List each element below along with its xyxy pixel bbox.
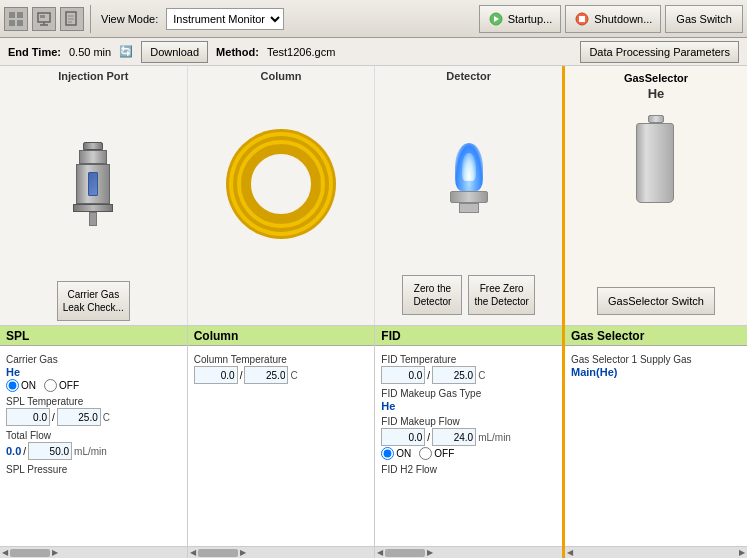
fid-temp-label: FID Temperature xyxy=(381,354,556,365)
toolbar-icon-2[interactable] xyxy=(32,7,56,31)
diagram-section: Injection Port Carrier Gas Leak Check... xyxy=(0,66,562,326)
info-bar: End Time: 0.50 min 🔄 Download Method: Te… xyxy=(0,38,747,66)
gs-scroll-left[interactable]: ◀ xyxy=(567,548,573,557)
download-button[interactable]: Download xyxy=(141,41,208,63)
column-header: Column xyxy=(188,326,375,346)
spl-scroll-right[interactable]: ▶ xyxy=(52,548,58,557)
spl-temp-current[interactable]: 0.0 xyxy=(6,408,50,426)
free-zero-detector-button[interactable]: Free Zero the Detector xyxy=(468,275,534,315)
column-image xyxy=(190,86,373,281)
detector-image xyxy=(377,86,560,269)
toolbar-icon-1[interactable] xyxy=(4,7,28,31)
fid-temp-row: / C xyxy=(381,366,556,384)
makeup-flow-row: / mL/min xyxy=(381,428,556,446)
toolbar: View Mode: Instrument Monitor Startup...… xyxy=(0,0,747,38)
gas-selector-column: GasSelector He GasSelector Switch Gas Se… xyxy=(562,66,747,558)
column-content: Column Temperature / C xyxy=(188,346,375,546)
injection-port-title: Injection Port xyxy=(58,70,128,82)
fid-content: FID Temperature / C FID Makeup Gas Type … xyxy=(375,346,562,546)
column-scroll-right[interactable]: ▶ xyxy=(240,548,246,557)
view-mode-label: View Mode: xyxy=(101,13,158,25)
carrier-gas-label: Carrier Gas xyxy=(6,354,181,365)
fid-hscroll[interactable]: ◀ ▶ xyxy=(375,546,562,558)
spl-temp-unit: C xyxy=(103,412,110,423)
gas-selector-panel-content: Gas Selector 1 Supply Gas Main(He) xyxy=(565,346,747,546)
fid-scroll-thumb[interactable] xyxy=(385,549,425,557)
fid-temp-sep: / xyxy=(427,370,430,381)
main-content: Injection Port Carrier Gas Leak Check... xyxy=(0,66,747,558)
method-label: Method: xyxy=(216,46,259,58)
carrier-gas-switch: ON OFF xyxy=(6,379,181,392)
svg-rect-1 xyxy=(17,12,23,18)
total-flow-set[interactable] xyxy=(28,442,72,460)
fid-temp-unit: C xyxy=(478,370,485,381)
total-flow-label: Total Flow xyxy=(6,430,181,441)
makeup-flow-set[interactable] xyxy=(432,428,476,446)
makeup-flow-switch: ON OFF xyxy=(381,447,556,460)
gas-selector-panel: Gas Selector Gas Selector 1 Supply Gas M… xyxy=(565,326,747,558)
supply-gas-label: Gas Selector 1 Supply Gas xyxy=(571,354,741,365)
carrier-gas-leak-check-button[interactable]: Carrier Gas Leak Check... xyxy=(57,281,130,321)
column-col: Column xyxy=(188,66,376,325)
gas-selector-title: GasSelector xyxy=(624,72,688,84)
instrument-area: Injection Port Carrier Gas Leak Check... xyxy=(0,66,562,558)
total-flow-row: 0.0 / mL/min xyxy=(6,442,181,460)
column-panel: Column Column Temperature / C ◀ ▶ xyxy=(188,326,376,558)
toolbar-icon-3[interactable] xyxy=(60,7,84,31)
gas-selector-switch-button[interactable]: GasSelector Switch xyxy=(597,287,715,315)
makeup-gas-label: FID Makeup Gas Type xyxy=(381,388,556,399)
gas-switch-button[interactable]: Gas Switch xyxy=(665,5,743,33)
makeup-flow-on[interactable]: ON xyxy=(381,447,411,460)
spl-scroll-left[interactable]: ◀ xyxy=(2,548,8,557)
data-processing-button[interactable]: Data Processing Parameters xyxy=(580,41,739,63)
column-title: Column xyxy=(261,70,302,82)
column-temp-current[interactable] xyxy=(194,366,238,384)
injection-port-col: Injection Port Carrier Gas Leak Check... xyxy=(0,66,188,325)
supply-gas-value: Main(He) xyxy=(571,366,741,378)
column-scroll-left[interactable]: ◀ xyxy=(190,548,196,557)
end-time-value: 0.50 min xyxy=(69,46,111,58)
column-scroll-thumb[interactable] xyxy=(198,549,238,557)
fid-temp-current[interactable] xyxy=(381,366,425,384)
spl-header: SPL xyxy=(0,326,187,346)
gas-selector-panel-header: Gas Selector xyxy=(565,326,747,346)
makeup-flow-current[interactable] xyxy=(381,428,425,446)
detector-col: Detector Zero the Detector Free Zero the… xyxy=(375,66,562,325)
end-time-label: End Time: xyxy=(8,46,61,58)
makeup-flow-off[interactable]: OFF xyxy=(419,447,454,460)
spl-scroll-thumb[interactable] xyxy=(10,549,50,557)
spl-temp-label: SPL Temperature xyxy=(6,396,181,407)
view-mode-select[interactable]: Instrument Monitor xyxy=(166,8,284,30)
makeup-flow-label: FID Makeup Flow xyxy=(381,416,556,427)
svg-rect-2 xyxy=(9,20,15,26)
bottom-panels: SPL Carrier Gas He ON OFF SPL xyxy=(0,326,562,558)
fid-scroll-right[interactable]: ▶ xyxy=(427,548,433,557)
gas-selector-hscroll[interactable]: ◀ ▶ xyxy=(565,546,747,558)
column-temp-set[interactable] xyxy=(244,366,288,384)
shutdown-button[interactable]: Shutdown... xyxy=(565,5,661,33)
fid-scroll-left[interactable]: ◀ xyxy=(377,548,383,557)
gs-scroll-right[interactable]: ▶ xyxy=(739,548,745,557)
total-flow-sep: / xyxy=(23,446,26,457)
fid-header: FID xyxy=(375,326,562,346)
spl-temp-set[interactable]: 25.0 xyxy=(57,408,101,426)
fid-temp-set[interactable] xyxy=(432,366,476,384)
column-temp-label: Column Temperature xyxy=(194,354,369,365)
svg-rect-3 xyxy=(17,20,23,26)
svg-rect-5 xyxy=(40,15,45,18)
gas-selector-diagram: GasSelector He GasSelector Switch xyxy=(565,66,747,326)
svg-rect-0 xyxy=(9,12,15,18)
column-temp-unit: C xyxy=(290,370,297,381)
zero-detector-button[interactable]: Zero the Detector xyxy=(402,275,462,315)
column-temp-sep: / xyxy=(240,370,243,381)
startup-button[interactable]: Startup... xyxy=(479,5,562,33)
spl-content: Carrier Gas He ON OFF SPL Temperature xyxy=(0,346,187,546)
column-hscroll[interactable]: ◀ ▶ xyxy=(188,546,375,558)
column-temp-row: / C xyxy=(194,366,369,384)
spl-panel: SPL Carrier Gas He ON OFF SPL xyxy=(0,326,188,558)
carrier-gas-on[interactable]: ON xyxy=(6,379,36,392)
carrier-gas-off[interactable]: OFF xyxy=(44,379,79,392)
carrier-gas-value: He xyxy=(6,366,181,378)
total-flow-current: 0.0 xyxy=(6,445,21,457)
spl-hscroll[interactable]: ◀ ▶ xyxy=(0,546,187,558)
